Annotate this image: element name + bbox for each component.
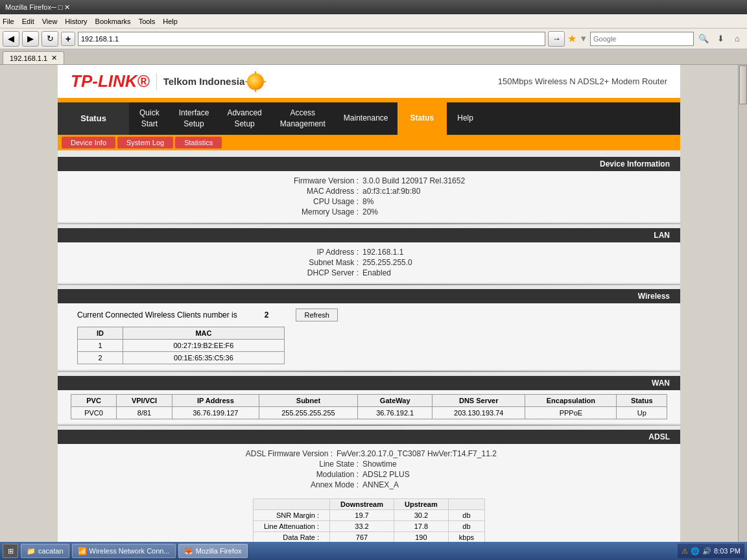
titlebar-title: Mozilla Firefox xyxy=(5,3,51,11)
back-button[interactable]: ◀ xyxy=(3,31,19,47)
cpu-row: CPU Usage : 8% xyxy=(58,197,680,206)
adsl-attn-row: Line Attenuation : 33.2 17.8 db xyxy=(253,520,484,531)
subnav-statistics[interactable]: Statistics xyxy=(175,137,222,148)
zoom-icon[interactable]: 🔍 xyxy=(696,32,711,46)
adsl-header: ADSL xyxy=(58,430,680,444)
firmware-row: Firmware Version : 3.0.0 Build 120917 Re… xyxy=(58,176,680,185)
nav-quick-start[interactable]: Quick Start xyxy=(129,102,170,135)
taskbar-firefox[interactable]: 🦊 Mozilla Firefox xyxy=(178,544,248,558)
tray-volume-icon: 🔊 xyxy=(702,547,711,555)
logo-area: TP-LINK® Telkom Indonesia xyxy=(71,71,264,91)
lan-divider xyxy=(58,223,680,224)
adsl-divider xyxy=(58,425,680,426)
wan-col-gw: GateWay xyxy=(358,394,433,406)
menu-help[interactable]: Help xyxy=(163,18,178,25)
home-icon[interactable]: ⌂ xyxy=(730,32,744,46)
refresh-button[interactable]: Refresh xyxy=(296,309,338,321)
menu-bookmarks[interactable]: Bookmarks xyxy=(95,18,131,25)
tabs-bar: 192.168.1.1 ✕ xyxy=(0,49,747,65)
sun-icon xyxy=(247,73,264,90)
page-area: TP-LINK® Telkom Indonesia 150Mbps Wir xyxy=(0,65,738,542)
mac-row: MAC Address : a0:f3:c1:af:9b:80 xyxy=(58,187,680,196)
lan-dhcp-row: DHCP Server : Enabled xyxy=(58,268,680,277)
close-btn[interactable]: ✕ xyxy=(64,3,70,12)
adsl-snr-row: SNR Margin : 19.7 30.2 db xyxy=(253,509,484,520)
status-nav-label: LAN Status xyxy=(58,102,129,135)
router-title: 150Mbps Wireless N ADSL2+ Modem Router xyxy=(498,76,667,86)
device-info-header: Device Information xyxy=(58,157,680,171)
sub-nav: Device Info System Log Statistics xyxy=(58,135,680,150)
wan-divider xyxy=(58,371,680,372)
telkom-logo: Telkom Indonesia xyxy=(156,73,265,90)
minimize-btn[interactable]: ─ xyxy=(51,3,56,12)
system-tray: ⚠ 🌐 🔊 8:03 PM xyxy=(678,544,744,558)
tray-network-icon: 🌐 xyxy=(691,547,700,555)
taskbar-cacatan[interactable]: 📁 cacatan xyxy=(21,544,69,558)
tab-close-icon[interactable]: ✕ xyxy=(51,54,57,62)
nav-advanced-setup[interactable]: Advanced Setup xyxy=(218,102,270,135)
toolbar: ◀ ▶ ↻ + → ★ ▼ 🔍 ⬇ ⌂ xyxy=(0,29,747,49)
search-input[interactable] xyxy=(590,32,694,46)
wan-col-subnet: Subnet xyxy=(259,394,357,406)
nav-access-management[interactable]: Access Management xyxy=(271,102,335,135)
wan-row: PVC0 8/81 36.76.199.127 255.255.255.255 … xyxy=(71,406,667,419)
wan-col-dns: DNS Server xyxy=(433,394,525,406)
menubar: File Edit View History Bookmarks Tools H… xyxy=(0,14,747,29)
reload-button[interactable]: ↻ xyxy=(42,31,58,47)
tab-current[interactable]: 192.168.1.1 ✕ xyxy=(3,51,64,64)
download-icon[interactable]: ⬇ xyxy=(713,32,728,46)
titlebar: Mozilla Firefox ─ □ ✕ xyxy=(0,0,747,14)
lan-header: LAN xyxy=(58,228,680,242)
wan-table: PVC VPI/VCI IP Address Subnet GateWay DN… xyxy=(71,394,667,419)
tp-link-logo: TP-LINK® xyxy=(71,71,150,91)
page-header: TP-LINK® Telkom Indonesia 150Mbps Wir xyxy=(58,65,680,100)
wan-header: WAN xyxy=(58,376,680,390)
start-button[interactable]: ⊞ xyxy=(3,544,18,558)
forward-button[interactable]: ▶ xyxy=(22,31,39,47)
nav-maintenance[interactable]: Maintenance xyxy=(335,102,397,135)
subnav-system-log[interactable]: System Log xyxy=(117,137,173,148)
nav-interface-setup[interactable]: Interface Setup xyxy=(170,102,219,135)
folder-icon: 📁 xyxy=(27,547,36,555)
nav-help[interactable]: Help xyxy=(447,102,484,135)
subnav-device-info[interactable]: Device Info xyxy=(62,137,115,148)
wireless-divider xyxy=(58,284,680,285)
adsl-modulation-row: Modulation : ADSL2 PLUS xyxy=(58,470,680,479)
nav-status[interactable]: Status xyxy=(397,102,447,135)
bookmark-star-icon[interactable]: ★ xyxy=(567,32,576,45)
tray-time: 8:03 PM xyxy=(714,547,741,555)
firefox-icon: 🦊 xyxy=(184,547,193,555)
go-button[interactable]: → xyxy=(548,31,565,47)
adsl-annex-row: Annex Mode : ANNEX_A xyxy=(58,480,680,489)
scrollbar-thumb[interactable] xyxy=(739,65,747,104)
wan-col-ip: IP Address xyxy=(172,394,259,406)
menu-file[interactable]: File xyxy=(3,18,14,25)
wan-col-pvc: PVC xyxy=(71,394,117,406)
taskbar-wireless[interactable]: 📶 Wireless Network Conn... xyxy=(72,544,176,558)
taskbar: ⊞ 📁 cacatan 📶 Wireless Network Conn... 🦊… xyxy=(0,542,747,560)
new-tab-button[interactable]: + xyxy=(61,32,75,46)
menu-view[interactable]: View xyxy=(42,18,58,25)
lan-ip-row: IP Address : 192.168.1.1 xyxy=(58,248,680,257)
wan-col-status: Status xyxy=(617,394,667,406)
wireless-icon: 📶 xyxy=(78,547,87,555)
wireless-header: Wireless xyxy=(58,289,680,303)
menu-tools[interactable]: Tools xyxy=(139,18,156,25)
menu-history[interactable]: History xyxy=(65,18,87,25)
scrollbar[interactable] xyxy=(738,65,747,542)
wireless-clients-table: ID MAC 1 00:27:19:B2:EE:F6 2 00:1E xyxy=(77,327,285,364)
menu-edit[interactable]: Edit xyxy=(22,18,34,25)
tray-warning-icon: ⚠ xyxy=(682,547,688,555)
address-bar[interactable] xyxy=(78,32,545,46)
window-controls[interactable]: ─ □ ✕ xyxy=(51,3,70,12)
wireless-connected-row: Current Connected Wireless Clients numbe… xyxy=(77,309,661,321)
lan-subnet-row: Subnet Mask : 255.255.255.0 xyxy=(58,258,680,267)
memory-row: Memory Usage : 20% xyxy=(58,207,680,216)
main-nav: LAN Status Quick Start Interface Setup A… xyxy=(58,102,680,135)
wan-col-vpi: VPI/VCI xyxy=(117,394,172,406)
table-header-mac: MAC xyxy=(123,327,284,339)
adsl-datarate-row: Data Rate : 767 190 kbps xyxy=(253,531,484,542)
table-header-id: ID xyxy=(78,327,123,339)
maximize-btn[interactable]: □ xyxy=(58,3,63,12)
bookmark-dropdown-icon[interactable]: ▼ xyxy=(579,34,587,43)
